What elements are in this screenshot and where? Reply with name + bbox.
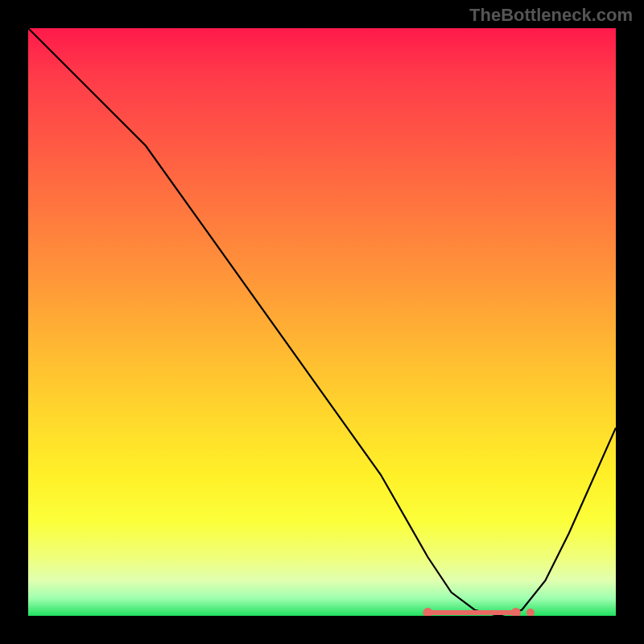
optimum-marker-group — [423, 608, 535, 616]
optimum-outlier-dot — [526, 609, 535, 616]
plot-area — [28, 28, 616, 616]
watermark-text: TheBottleneck.com — [469, 5, 633, 26]
chart-svg — [28, 28, 616, 616]
optimum-range-end-dot — [511, 608, 521, 616]
bottleneck-curve-line — [28, 28, 616, 616]
optimum-range-bar — [427, 610, 516, 615]
optimum-range-start-dot — [423, 608, 432, 616]
